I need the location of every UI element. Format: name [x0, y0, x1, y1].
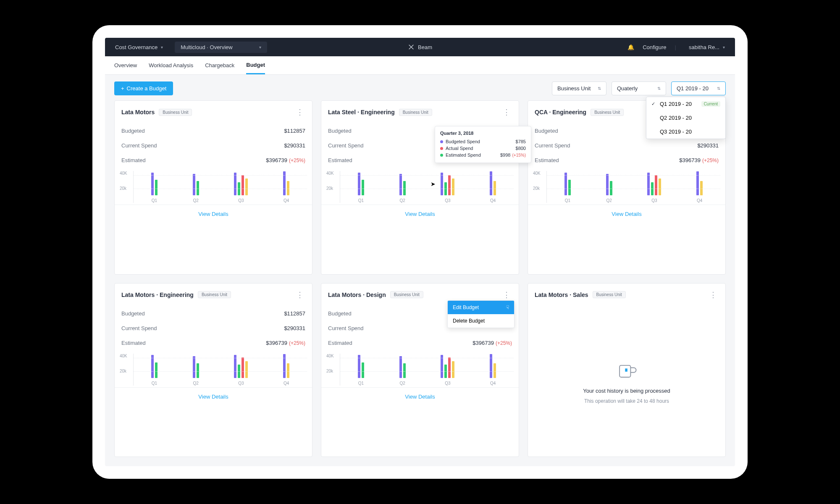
tab-overview[interactable]: Overview [114, 57, 137, 74]
brand: Beam [408, 44, 432, 50]
chevron-down-icon: ▾ [259, 45, 261, 50]
nav-context-select[interactable]: Cost Governance ▾ [111, 42, 167, 53]
create-budget-button[interactable]: + Create a Budget [114, 81, 173, 95]
empty-state: Your cost history is being processed Thi… [528, 306, 725, 457]
chevron-down-icon: ▾ [161, 45, 163, 50]
tab-workload-analysis[interactable]: Workload Analysis [149, 57, 193, 74]
svg-rect-1 [625, 369, 627, 372]
create-budget-label: Create a Budget [127, 85, 167, 92]
budget-card: Lata Motors · Engineering Business Unit … [114, 283, 312, 457]
period-menu: ✓ Q1 2019 - 20 Current Q2 2019 - 20 Q3 2… [646, 97, 726, 139]
card-pill: Business Unit [399, 109, 432, 116]
legend-dot [440, 147, 443, 150]
card-title: Lata Motors · Engineering [121, 291, 194, 298]
delete-budget-item[interactable]: Delete Budget [448, 314, 514, 328]
tab-chargeback[interactable]: Chargeback [205, 57, 234, 74]
card-title: QCA · Engineering [535, 109, 586, 116]
scope-label: Multicloud · Overview [181, 44, 233, 50]
card-pill: Business Unit [159, 109, 192, 116]
tabs: Overview Workload Analysis Chargeback Bu… [105, 56, 735, 75]
budget-card: Lata Motors · Sales Business Unit ⋮ Your… [528, 283, 726, 457]
tab-budget[interactable]: Budget [246, 57, 265, 74]
card-pill: Business Unit [591, 109, 624, 116]
kebab-icon[interactable]: ⋮ [501, 289, 512, 300]
updown-icon: ⇅ [598, 86, 601, 91]
period-select[interactable]: Q1 2019 - 20⇅ [671, 81, 726, 95]
period-option[interactable]: Q2 2019 - 20 [646, 111, 725, 125]
budget-chart: 40K20kQ1Q2Q3Q4 [321, 350, 519, 387]
tooltip-title: Quarter 3, 2018 [440, 131, 526, 136]
kebab-icon[interactable]: ⋮ [708, 289, 719, 300]
cards-grid: Lata Motors Business Unit ⋮ Budgeted$112… [105, 100, 735, 466]
chevron-down-icon: ▾ [723, 45, 725, 50]
scope-select[interactable]: Multicloud · Overview ▾ [175, 42, 267, 53]
user-menu[interactable]: sabitha Re... ▾ [685, 42, 729, 53]
legend-dot [440, 154, 443, 157]
card-pill: Business Unit [198, 291, 231, 298]
budget-card: Lata Steel · Engineering Business Unit ⋮… [321, 100, 519, 275]
edit-budget-item[interactable]: Edit Budget☟ [448, 301, 514, 314]
card-title: Lata Motors [121, 109, 155, 116]
plus-icon: + [121, 85, 124, 92]
updown-icon: ⇅ [717, 86, 720, 91]
mug-icon [614, 358, 639, 383]
card-pill: Business Unit [390, 291, 423, 298]
empty-title: Your cost history is being processed [583, 388, 670, 394]
view-details-link[interactable]: View Details [321, 387, 519, 406]
kebab-icon[interactable]: ⋮ [294, 107, 305, 118]
card-title: Lata Motors · Design [328, 291, 386, 298]
budget-card: Lata Motors Business Unit ⋮ Budgeted$112… [114, 100, 312, 275]
kebab-icon[interactable]: ⋮ [294, 289, 305, 300]
updown-icon: ⇅ [657, 86, 661, 91]
user-label: sabitha Re... [689, 44, 719, 50]
nav-context-label: Cost Governance [115, 44, 158, 50]
bell-icon[interactable]: 🔔 [627, 44, 634, 50]
budget-chart: 40K20kQ1Q2Q3Q4 [321, 168, 519, 205]
configure-link[interactable]: Configure [643, 44, 666, 50]
period-option[interactable]: ✓ Q1 2019 - 20 Current [646, 97, 725, 111]
card-context-menu: Edit Budget☟ Delete Budget [447, 300, 514, 328]
legend-dot [440, 140, 443, 143]
card-title: Lata Steel · Engineering [328, 109, 395, 116]
empty-subtitle: This operation will take 24 to 48 hours [584, 398, 669, 404]
view-details-link[interactable]: View Details [115, 387, 312, 406]
budget-chart: 40K20kQ1Q2Q3Q4 [115, 350, 312, 387]
budget-chart: 40K20kQ1Q2Q3Q4 [115, 168, 312, 205]
chart-tooltip: Quarter 3, 2018 Budgeted Spend$785 Actua… [435, 126, 531, 163]
hand-cursor-icon: ☟ [506, 304, 509, 310]
budget-card: Lata Motors · Design Business Unit ⋮ Edi… [321, 283, 519, 457]
topbar: Cost Governance ▾ Multicloud · Overview … [105, 38, 735, 56]
card-title: Lata Motors · Sales [535, 291, 588, 298]
view-details-link[interactable]: View Details [321, 205, 519, 223]
view-details-link[interactable]: View Details [528, 205, 725, 223]
view-details-link[interactable]: View Details [115, 205, 312, 223]
business-unit-select[interactable]: Business Unit⇅ [552, 81, 606, 95]
budget-chart: 40K20kQ1Q2Q3Q4 [528, 168, 725, 205]
brand-icon [408, 44, 415, 50]
current-badge: Current [701, 101, 720, 107]
card-pill: Business Unit [593, 291, 626, 298]
period-option[interactable]: Q3 2019 - 20 [646, 125, 725, 139]
toolbar: + Create a Budget Business Unit⇅ Quaterl… [105, 75, 735, 100]
kebab-icon[interactable]: ⋮ [501, 107, 512, 118]
frequency-select[interactable]: Quaterly⇅ [612, 81, 666, 95]
check-icon: ✓ [651, 101, 656, 107]
